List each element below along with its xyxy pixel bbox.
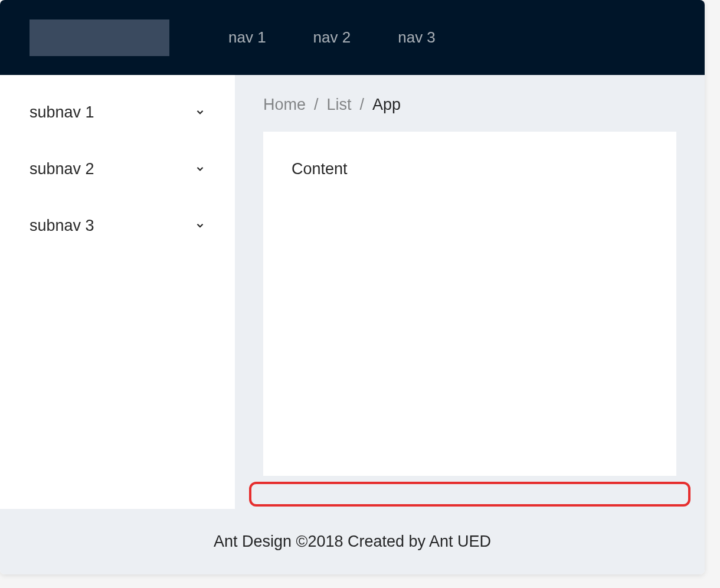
body-wrapper: subnav 1 subnav 2 subnav 3 Home	[0, 75, 705, 509]
chevron-down-icon	[195, 164, 205, 174]
sidebar-item-subnav-2[interactable]: subnav 2	[0, 141, 235, 197]
breadcrumb-link-home[interactable]: Home	[263, 96, 306, 114]
breadcrumb: Home / List / App	[263, 75, 676, 132]
nav-item-1[interactable]: nav 1	[205, 0, 290, 75]
chevron-down-icon	[195, 107, 205, 117]
content-text: Content	[292, 160, 348, 178]
sidebar-item-label: subnav 3	[30, 217, 94, 235]
app-container: nav 1 nav 2 nav 3 subnav 1 subnav 2 subn…	[0, 0, 705, 574]
breadcrumb-current: App	[372, 96, 401, 114]
nav-menu: nav 1 nav 2 nav 3	[205, 0, 459, 75]
nav-item-2[interactable]: nav 2	[290, 0, 375, 75]
breadcrumb-separator: /	[314, 96, 319, 114]
logo	[30, 19, 169, 56]
sidebar-item-label: subnav 2	[30, 160, 94, 178]
breadcrumb-separator: /	[360, 96, 365, 114]
sidebar: subnav 1 subnav 2 subnav 3	[0, 75, 235, 509]
nav-item-3[interactable]: nav 3	[374, 0, 459, 75]
sidebar-item-subnav-3[interactable]: subnav 3	[0, 197, 235, 254]
footer-text: Ant Design ©2018 Created by Ant UED	[214, 533, 491, 550]
sidebar-item-label: subnav 1	[30, 103, 94, 122]
chevron-down-icon	[195, 220, 205, 231]
breadcrumb-link-list[interactable]: List	[327, 96, 352, 114]
content-box: Content	[263, 132, 676, 476]
header: nav 1 nav 2 nav 3	[0, 0, 705, 75]
footer: Ant Design ©2018 Created by Ant UED	[0, 509, 705, 574]
main-area: Home / List / App Content	[235, 75, 705, 509]
sidebar-item-subnav-1[interactable]: subnav 1	[0, 84, 235, 141]
highlight-annotation	[249, 482, 690, 507]
